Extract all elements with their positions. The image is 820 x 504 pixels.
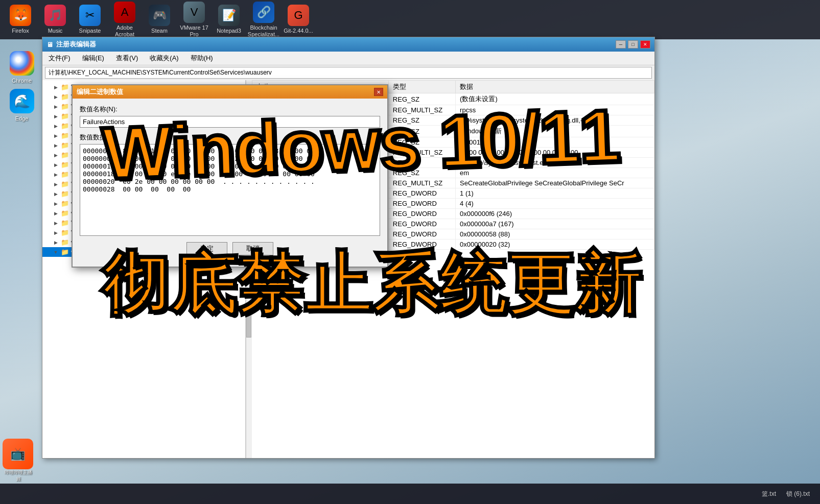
- taskbar-icon-blockchain[interactable]: 🔗 Blockchain Specializat...: [248, 2, 279, 38]
- tree-expand-icon: ▶: [53, 133, 59, 139]
- table-cell-type: REG_DWORD: [388, 239, 455, 250]
- tree-expand-icon: ▼: [53, 249, 59, 255]
- folder-icon: 📁: [61, 161, 69, 169]
- table-cell-type: REG_MULTI_SZ: [388, 148, 455, 158]
- git-icon: G: [288, 5, 309, 26]
- taskbar-icon-notepad[interactable]: 📝 Notepad3: [214, 5, 244, 34]
- tree-expand-icon: ▶: [53, 84, 59, 90]
- table-cell-data: Windows 更新: [456, 126, 654, 137]
- table-cell-type: REG_SZ: [388, 137, 455, 148]
- folder-icon: 📁: [61, 83, 69, 91]
- table-cell-type: REG_DWORD: [388, 199, 455, 209]
- taskbar-icon-vmware[interactable]: V VMware 17 Pro: [179, 2, 209, 38]
- hex-row: 00000010 00 00 00 00 00 00 00 00 00 00 0…: [83, 162, 377, 170]
- adobe-icon: A: [114, 2, 135, 23]
- folder-icon: 📁: [61, 171, 69, 178]
- tree-expand-icon: ▶: [53, 142, 59, 149]
- taskbar-icon-music[interactable]: 🎵 Music: [40, 5, 71, 34]
- hex-row: 00000008 X5 00 00 00 00 00 00 00 e0 2e 0…: [83, 155, 377, 162]
- bottom-left-app[interactable]: 📺 哔哩哔哩主播姬: [3, 439, 34, 483]
- data-label: 数值数据(: [80, 133, 380, 142]
- table-cell-data: 0x00000058 (88): [456, 229, 654, 239]
- blockchain-label: Blockchain Specializat...: [248, 25, 279, 38]
- folder-icon: 📁: [61, 180, 69, 188]
- registry-window-title: 🖥 注册表编辑器: [46, 40, 96, 49]
- folder-icon: 📁: [61, 229, 69, 236]
- table-cell-data: 83 00 00 00 00 00 00 00 00 00 03 00 00: [456, 148, 654, 158]
- table-cell-data: 0x000000f6 (246): [456, 209, 654, 219]
- value-name-input[interactable]: [80, 116, 380, 128]
- taskbar-top: 🦊 Firefox 🎵 Music ✂ Snipaste A Adobe Acr…: [0, 0, 820, 39]
- table-cell-data: 0x00000020 (32): [456, 239, 654, 250]
- menu-edit[interactable]: 编辑(E): [80, 53, 106, 64]
- menu-help[interactable]: 帮助(H): [189, 53, 215, 64]
- maximize-button[interactable]: □: [628, 40, 638, 49]
- dialog-buttons: 确定 取消: [80, 242, 380, 260]
- dialog-close-button[interactable]: ✕: [374, 88, 383, 96]
- desktop-icons-left: Chrome 🌊 Edge: [0, 46, 43, 127]
- dialog-title: 编辑二进制数值: [77, 87, 123, 97]
- tree-expand-icon: ▶: [53, 210, 59, 217]
- tree-expand-icon: ▶: [53, 94, 59, 100]
- dialog-titlebar: 编辑二进制数值 ✕: [73, 85, 387, 99]
- table-cell-type: REG_SZ: [388, 158, 455, 168]
- blockchain-icon: 🔗: [253, 2, 274, 23]
- desktop-icon-chrome-label: Chrome: [12, 78, 32, 84]
- taskbar-item-txt1[interactable]: 篮.txt: [762, 490, 776, 498]
- address-bar[interactable]: 计算机\HKEY_LOCAL_MACHINE\SYSTEM\CurrentCon…: [45, 67, 652, 79]
- firefox-icon: 🦊: [10, 5, 31, 26]
- menu-view[interactable]: 查看(V): [114, 53, 140, 64]
- folder-icon: 📁: [61, 200, 69, 207]
- table-cell-data: rpcss: [456, 105, 654, 115]
- menu-file[interactable]: 文件(F): [46, 53, 73, 64]
- taskbar-icon-snipaste[interactable]: ✂ Snipaste: [75, 5, 105, 34]
- hex-row: 00000028 00 00 00 00 00: [83, 185, 377, 193]
- hex-row: 00000020 e0 2e 00 00 00 00 00 00 . . . .…: [83, 178, 377, 185]
- desktop-icon-chrome[interactable]: Chrome: [5, 51, 38, 84]
- tree-expand-icon: ▶: [53, 113, 59, 119]
- taskbar-icon-firefox[interactable]: 🦊 Firefox: [5, 5, 36, 34]
- cancel-button[interactable]: 取消: [232, 242, 273, 255]
- desktop-icon-edge-label: Edge: [15, 115, 29, 122]
- table-cell-data: SeCreateGlobalPrivilege SeCreateGlobalPr…: [456, 178, 654, 188]
- table-cell-data: (数值未设置): [456, 93, 654, 105]
- tree-expand-icon: ▶: [53, 104, 59, 110]
- snipaste-label: Snipaste: [79, 28, 101, 34]
- table-cell-data: em: [456, 168, 654, 178]
- table-cell-type: REG_MULTI_SZ: [388, 105, 455, 115]
- minimize-button[interactable]: ─: [616, 40, 626, 49]
- taskbar-icon-git[interactable]: G Git-2.44.0...: [283, 5, 314, 34]
- hex-data-area[interactable]: 00000000 80 51 01 00 00 00 00 00 00 00 0…: [80, 144, 380, 236]
- menu-favorites[interactable]: 收藏夹(A): [148, 53, 180, 64]
- hex-row: 00000000 80 51 01 00 00 00 00 00 00 00 0…: [83, 147, 377, 155]
- music-label: Music: [48, 28, 63, 34]
- folder-icon: 📁: [61, 132, 69, 139]
- folder-icon: 📁: [61, 103, 69, 110]
- taskbar-item-txt2[interactable]: 锁 (6).txt: [786, 490, 810, 498]
- tree-expand-icon: ▶: [53, 239, 59, 246]
- steam-icon: 🎮: [149, 5, 170, 26]
- folder-icon: 📁: [61, 209, 69, 217]
- folder-icon: 📁: [61, 219, 69, 227]
- value-name-label: 数值名称(N):: [80, 105, 380, 114]
- liveapp-icon: 📺: [3, 439, 33, 469]
- tree-expand-icon: ▶: [53, 152, 59, 158]
- folder-icon: 📁: [61, 141, 69, 149]
- table-cell-data: %root%\system32\svchost.exe -k netsv: [456, 158, 654, 168]
- window-controls: ─ □ ✕: [616, 40, 650, 49]
- close-button[interactable]: ✕: [640, 40, 650, 49]
- table-cell-type: REG_MULTI_SZ: [388, 178, 455, 188]
- ok-button[interactable]: 确定: [186, 242, 227, 255]
- taskbar-icon-steam[interactable]: 🎮 Steam: [144, 5, 175, 34]
- folder-icon: 📁: [61, 190, 69, 198]
- registry-title-text: 注册表编辑器: [56, 40, 96, 49]
- taskbar-icon-adobe[interactable]: A Adobe Acrobat: [109, 2, 140, 38]
- tree-expand-icon: ▶: [53, 191, 59, 197]
- tree-expand-icon: ▶: [53, 230, 59, 236]
- table-cell-type: REG_SZ: [388, 126, 455, 137]
- git-label: Git-2.44.0...: [284, 28, 313, 34]
- desktop-icon-edge[interactable]: 🌊 Edge: [5, 89, 38, 122]
- scroll-thumb[interactable]: [246, 307, 251, 338]
- table-cell-data: @%systemroot%\system32\wuaueng.dll,-106: [456, 115, 654, 126]
- table-cell-type: REG_SZ: [388, 115, 455, 126]
